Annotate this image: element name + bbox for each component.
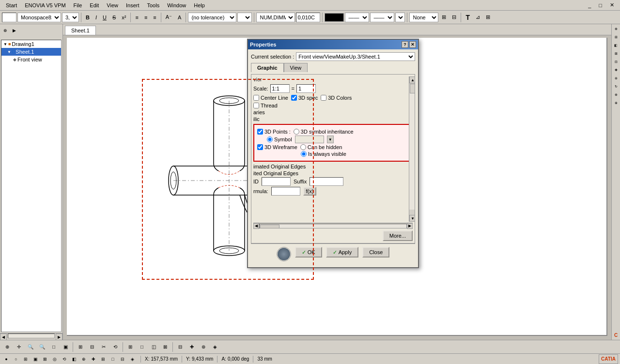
status-btn-2[interactable]: ○ xyxy=(12,355,20,364)
apply-button[interactable]: ✓ Apply xyxy=(326,247,359,258)
measure-btn[interactable]: ⊿ xyxy=(473,12,482,23)
strikethrough-btn[interactable]: S xyxy=(110,12,118,23)
window-maximize[interactable]: □ xyxy=(595,1,606,9)
menu-view[interactable]: View xyxy=(103,1,122,9)
right-btn-6[interactable]: ✚ xyxy=(612,66,620,74)
bottom-btn-extra3[interactable]: ◫ xyxy=(148,342,159,352)
bottom-btn-zoomout[interactable]: 🔍 xyxy=(37,342,47,352)
status-btn-3[interactable]: ⊞ xyxy=(21,355,30,364)
bottom-btn-extra4[interactable]: ⊠ xyxy=(160,342,170,352)
status-btn-9[interactable]: ⊕ xyxy=(79,355,88,364)
menu-file[interactable]: File xyxy=(70,1,86,9)
bottom-btn-rotate[interactable]: ⟲ xyxy=(110,342,121,352)
menu-edit[interactable]: Edit xyxy=(86,1,103,9)
line-style-select[interactable]: —— xyxy=(345,13,369,22)
tolerance-select[interactable]: (no tolerance) xyxy=(188,13,236,22)
tree-sheet1[interactable]: ▼ □ Sheet.1 xyxy=(1,48,61,56)
font-select[interactable]: Monospace821 xyxy=(17,13,61,22)
status-btn-8[interactable]: ◧ xyxy=(70,355,78,364)
tab-view[interactable]: View xyxy=(284,63,308,72)
right-btn-10[interactable]: ⊗ xyxy=(612,99,620,107)
font-size-select[interactable]: 3,5 xyxy=(62,13,79,22)
menu-help[interactable]: Help xyxy=(190,1,209,9)
status-btn-11[interactable]: ⊞ xyxy=(99,355,108,364)
menu-start[interactable]: Start xyxy=(2,1,21,9)
bottom-btn-grid[interactable]: ⊞ xyxy=(75,342,86,352)
menu-enovia[interactable]: ENOVIA V5 VPM xyxy=(21,1,69,9)
status-btn-4[interactable]: ▣ xyxy=(31,355,40,364)
tree-drawing1[interactable]: ▼ ■ Drawing1 xyxy=(1,40,61,48)
right-btn-7[interactable]: ⊛ xyxy=(612,75,620,82)
bottom-btn-zoomin[interactable]: 🔍 xyxy=(25,342,36,352)
right-btn-1[interactable]: ⊕ xyxy=(612,25,620,33)
right-btn-9[interactable]: ⊕ xyxy=(612,91,620,99)
tab-graphic[interactable]: Graphic xyxy=(251,63,284,72)
menu-insert[interactable]: Insert xyxy=(122,1,143,9)
status-btn-6[interactable]: ◎ xyxy=(50,355,59,364)
right-btn-2[interactable]: ⊞ xyxy=(612,33,620,41)
format2-btn[interactable]: A xyxy=(175,12,184,23)
tab-sheet1[interactable]: Sheet.1 xyxy=(65,26,96,35)
dialog-h-scroll-right[interactable]: ▶ xyxy=(407,223,413,229)
thickness-extra[interactable] xyxy=(395,13,405,22)
text-btn[interactable]: T xyxy=(463,12,472,23)
num-select[interactable]: NUM,DIMM xyxy=(256,13,295,22)
bottom-btn-fit[interactable]: ⊕ xyxy=(2,342,13,352)
format-btn[interactable]: A⁻ xyxy=(163,12,174,23)
right-btn-5[interactable]: ⊟ xyxy=(612,58,620,66)
symbol-more-btn[interactable]: ▼ xyxy=(327,136,334,143)
align-right-btn[interactable]: ≡ xyxy=(151,12,158,23)
window-minimize[interactable]: _ xyxy=(584,1,595,9)
status-btn-12[interactable]: □ xyxy=(108,355,117,364)
right-btn-3[interactable]: ◧ xyxy=(612,42,620,49)
right-btn-4[interactable]: ⊠ xyxy=(612,50,620,58)
grid-btn[interactable]: ⊞ xyxy=(483,12,493,23)
bottom-btn-extra2[interactable]: □ xyxy=(137,342,147,352)
bottom-btn-extra7[interactable]: ⊛ xyxy=(198,342,209,352)
bottom-btn-extra8[interactable]: ◈ xyxy=(210,342,220,352)
extra-btn1[interactable]: ⊞ xyxy=(439,12,449,23)
start-input[interactable] xyxy=(2,13,16,22)
status-btn-10[interactable]: ✚ xyxy=(89,355,98,364)
none-select[interactable]: None xyxy=(409,13,438,22)
status-btn-1[interactable]: ● xyxy=(2,355,11,364)
status-btn-14[interactable]: ◈ xyxy=(128,355,137,364)
bottom-btn-extra6[interactable]: ✚ xyxy=(186,342,197,352)
scroll-up-btn[interactable]: ▲ xyxy=(409,76,415,83)
tree-frontview[interactable]: ◆ Front view xyxy=(1,56,61,63)
bottom-btn-box[interactable]: □ xyxy=(48,342,59,352)
dialog-close-btn[interactable]: ✕ xyxy=(409,41,416,48)
bottom-btn-pan[interactable]: ✛ xyxy=(14,342,24,352)
extra-btn2[interactable]: ⊟ xyxy=(450,12,459,23)
close-button[interactable]: Close xyxy=(362,247,389,258)
suffix-input[interactable] xyxy=(310,177,343,186)
bottom-btn-extra1[interactable]: ⊞ xyxy=(125,342,136,352)
status-btn-13[interactable]: ⊟ xyxy=(118,355,127,364)
bottom-btn-snap[interactable]: ⊟ xyxy=(87,342,97,352)
h-scroll-left[interactable]: ◀ xyxy=(0,334,7,340)
line-thickness-select[interactable]: —— xyxy=(370,13,394,22)
tolerance-extra[interactable] xyxy=(237,13,252,22)
underline-btn[interactable]: U xyxy=(100,12,109,23)
menu-window[interactable]: Window xyxy=(163,1,190,9)
bottom-btn-extra5[interactable]: ⊟ xyxy=(175,342,186,352)
status-btn-7[interactable]: ⟲ xyxy=(60,355,69,364)
colors-3d-checkbox[interactable] xyxy=(321,95,326,101)
align-left-btn[interactable]: ≡ xyxy=(133,12,140,23)
scroll-thumb[interactable] xyxy=(410,84,415,93)
left-tool-1[interactable]: ⊕ xyxy=(1,25,10,36)
scroll-down-btn[interactable]: ▼ xyxy=(409,215,415,222)
more-btn[interactable]: More... xyxy=(383,230,413,241)
window-close[interactable]: ✕ xyxy=(606,1,618,9)
align-center-btn[interactable]: ≡ xyxy=(142,12,150,23)
colors-3d-check[interactable]: 3D Colors xyxy=(321,95,352,101)
bottom-btn-cut[interactable]: ✂ xyxy=(98,342,109,352)
color-swatch[interactable] xyxy=(325,13,344,22)
status-btn-5[interactable]: ⊠ xyxy=(41,355,49,364)
bottom-btn-frame[interactable]: ▣ xyxy=(60,342,71,352)
current-selection-dropdown[interactable]: Front view/ViewMakeUp.3/Sheet.1 xyxy=(296,52,415,61)
right-btn-8[interactable]: ↻ xyxy=(612,83,620,91)
bold-btn[interactable]: B xyxy=(83,12,92,23)
num-value[interactable] xyxy=(296,13,320,22)
italic-btn[interactable]: I xyxy=(93,12,99,23)
